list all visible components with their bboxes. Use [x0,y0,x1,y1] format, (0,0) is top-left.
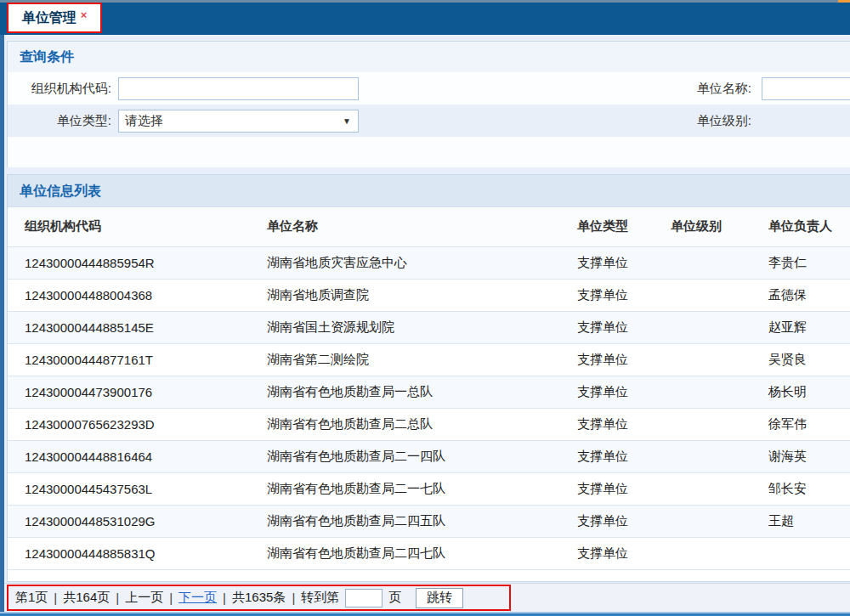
cell-person: 谢海英 [768,440,850,472]
table-row[interactable]: 12430000445437563L湖南省有色地质勘查局二一七队支撑单位邹长安 [8,472,850,505]
cell-person: 赵亚辉 [768,311,850,343]
pagination-annotation-box: 第1页 | 共164页 | 上一页 | 下一页 | 共1635条 | 转到第 页… [7,585,511,611]
col-header-unit-name: 单位名称 [267,207,577,246]
col-header-unit-level: 单位级别 [671,207,768,246]
cell-level [671,279,768,311]
cell-name: 湖南省有色地质勘查局二四五队 [267,505,577,537]
cell-name: 湖南省有色地质勘查局二四七队 [267,537,577,569]
goto-page-prefix: 转到第 [301,590,339,606]
col-header-unit-person: 单位负责人 [768,207,850,246]
window-titlebar [0,0,850,35]
query-panel: 查询条件 组织机构代码: 单位名称: 单位类型: 请选择 ▼ 单位级别: 请选择 [7,41,850,167]
cell-level [671,472,768,505]
cell-type: 支撑单位 [577,343,671,376]
unit-name-label: 单位名称: [594,81,751,97]
tab-unit-management[interactable]: 单位管理 × [7,3,102,33]
cell-person [768,537,850,569]
prev-page-link[interactable]: 上一页 [125,590,163,606]
chevron-down-icon: ▼ [343,116,351,126]
table-row[interactable]: 12430000448531029G湖南省有色地质勘查局二四五队支撑单位王超 [8,505,850,537]
cell-level [671,537,768,569]
next-page-link[interactable]: 下一页 [178,590,217,606]
cell-level [671,408,768,440]
bottom-edge-strip [0,612,850,616]
goto-page-input[interactable] [345,589,382,608]
table-row[interactable]: 124300004473900176湖南省有色地质勘查局一总队支撑单位杨长明 [8,376,850,408]
unit-management-screen: 单位管理 × 查询条件 组织机构代码: 单位名称: 单位类型: 请选择 ▼ 单位… [0,0,850,616]
left-edge-strip [0,35,4,616]
cell-level [671,376,768,408]
cell-type: 支撑单位 [577,246,671,279]
cell-code: 12430000444885954R [8,246,267,279]
cell-level [671,311,768,343]
unit-table-body: 12430000444885954R湖南省地质灾害应急中心支撑单位李贵仁1243… [8,246,850,569]
cell-person: 王超 [768,505,850,537]
cell-type: 支撑单位 [577,311,671,343]
goto-page-suffix: 页 [388,590,401,606]
cell-code: 12430000444885831Q [8,537,267,569]
cell-type: 支撑单位 [577,376,671,408]
cell-code: 12430000445437563L [8,472,267,505]
cell-type: 支撑单位 [577,472,671,505]
table-row[interactable]: 12430000444885954R湖南省地质灾害应急中心支撑单位李贵仁 [8,246,850,279]
unit-type-select[interactable]: 请选择 ▼ [118,110,359,133]
unit-level-label: 单位级别: [594,113,751,129]
pagination-separator: | [116,591,119,605]
table-row[interactable]: 12430000444885831Q湖南省有色地质勘查局二四七队支撑单位 [8,537,850,569]
table-row[interactable]: 12430000444885145E湖南省国土资源规划院支撑单位赵亚辉 [8,311,850,343]
pagination-separator: | [54,591,57,605]
cell-level [671,505,768,537]
table-row[interactable]: 124300004488004368湖南省地质调查院支撑单位孟德保 [8,279,850,311]
cell-name: 湖南省有色地质勘查局二一四队 [267,440,577,472]
cell-name: 湖南省国土资源规划院 [267,311,577,343]
cell-type: 支撑单位 [577,440,671,472]
query-row-2: 单位类型: 请选择 ▼ 单位级别: 请选择 [8,105,850,137]
cell-type: 支撑单位 [577,537,671,569]
org-code-label: 组织机构代码: [8,81,111,97]
cell-code: 124300004448816464 [8,440,267,472]
cell-code: 12430000448531029G [8,505,267,537]
cell-person: 徐军伟 [768,408,850,440]
top-edge-strip [0,0,850,3]
cell-name: 湖南省地质调查院 [267,279,577,311]
cell-code: 124300004488004368 [8,279,267,311]
unit-name-input[interactable] [762,77,850,100]
unit-type-select-value: 请选择 [125,113,163,129]
tab-title: 单位管理 [22,9,76,27]
query-row-spacer [8,137,850,167]
cell-code: 12430000444885145E [8,311,267,343]
table-row[interactable]: 124300004448816464湖南省有色地质勘查局二一四队支撑单位谢海英 [8,440,850,472]
cell-name: 湖南省有色地质勘查局二一七队 [267,472,577,505]
cell-type: 支撑单位 [577,408,671,440]
pagination-bar: 第1页 | 共164页 | 上一页 | 下一页 | 共1635条 | 转到第 页… [0,583,850,612]
table-header-row: 组织机构代码 单位名称 单位类型 单位级别 单位负责人 [8,207,850,246]
cell-person: 杨长明 [768,376,850,408]
total-records-label: 共1635条 [232,590,286,606]
unit-table: 组织机构代码 单位名称 单位类型 单位级别 单位负责人 124300004448… [8,207,850,570]
jump-button[interactable]: 跳转 [416,588,463,608]
col-header-unit-type: 单位类型 [577,207,671,246]
query-row-1: 组织机构代码: 单位名称: [8,72,850,105]
cell-person: 邹长安 [768,472,850,505]
cell-code: 12430000765623293D [8,408,267,440]
cell-code: 12430000444877161T [8,343,267,376]
total-pages-label: 共164页 [63,590,110,606]
cell-code: 124300004473900176 [8,376,267,408]
cell-level [671,246,768,279]
cell-name: 湖南省第二测绘院 [267,343,577,376]
pagination-separator: | [292,591,295,605]
list-panel: 单位信息列表 组织机构代码 单位名称 单位类型 单位级别 单位负责人 12430… [7,174,850,582]
table-row[interactable]: 12430000765623293D湖南省有色地质勘查局二总队支撑单位徐军伟 [8,408,850,440]
cell-level [671,343,768,376]
cell-name: 湖南省有色地质勘查局一总队 [267,376,577,408]
org-code-input[interactable] [118,77,359,100]
col-header-org-code: 组织机构代码 [8,207,267,246]
unit-type-label: 单位类型: [8,113,111,129]
current-page-label: 第1页 [15,590,48,606]
cell-name: 湖南省地质灾害应急中心 [267,246,577,279]
close-icon[interactable]: × [81,8,88,21]
cell-person: 孟德保 [768,279,850,311]
cell-type: 支撑单位 [577,279,671,311]
pagination-separator: | [169,591,173,605]
table-row[interactable]: 12430000444877161T湖南省第二测绘院支撑单位吴贤良 [8,343,850,376]
